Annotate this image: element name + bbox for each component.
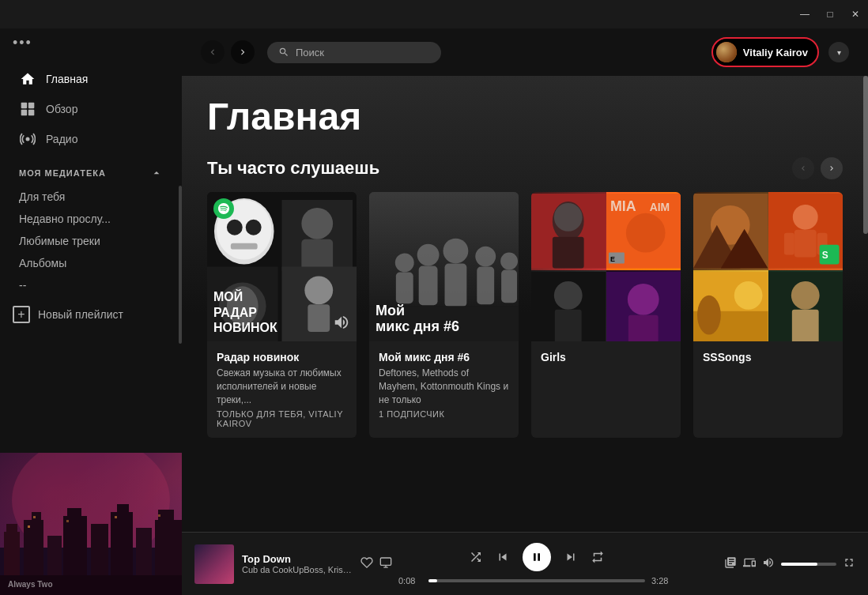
next-button[interactable]: [564, 550, 578, 564]
sidebar-list-item-more[interactable]: --: [0, 274, 182, 296]
like-button[interactable]: [360, 556, 373, 571]
play-pause-button[interactable]: [523, 543, 551, 571]
queue-icon: [724, 556, 737, 569]
card-radar-meta: ТОЛЬКО ДЛЯ ТЕБЯ, VITALIY KAIROV: [217, 409, 347, 428]
shuffle-icon: [469, 550, 483, 564]
svg-point-87: [734, 281, 763, 309]
songs-q4-svg: [768, 270, 843, 342]
card-mix6-image: Моймикс дня #6: [369, 192, 519, 341]
volume-bar[interactable]: [781, 563, 836, 566]
player-left: Top Down Cub da CookUpBoss, Kris Flair: [194, 544, 392, 584]
sidebar-list-item-albums[interactable]: Альбомы: [0, 252, 182, 274]
svg-text:S: S: [821, 250, 828, 261]
art-bottom-text: Always Two: [8, 580, 53, 589]
songs-q1-svg: [693, 192, 768, 270]
plus-icon: +: [13, 306, 30, 323]
repeat-button[interactable]: [591, 550, 605, 564]
library-expand-icon[interactable]: [150, 167, 163, 179]
devices-button[interactable]: [743, 556, 756, 571]
card-radar[interactable]: Мойрадарновинок Радар новинок Свежая муз…: [207, 192, 357, 438]
sidebar-list-item-recent[interactable]: Недавно прослу...: [0, 208, 182, 230]
maximize-button[interactable]: □: [824, 8, 836, 21]
svg-rect-23: [66, 520, 69, 522]
back-arrow-icon: [207, 47, 218, 58]
card-girls-title: Girls: [541, 351, 671, 363]
card-mix6[interactable]: Моймикс дня #6 Мой микс дня #6 Deftones,…: [369, 192, 519, 438]
window-controls: — □ ✕: [798, 8, 862, 21]
user-name: Vitaliy Kairov: [743, 47, 808, 58]
previous-button[interactable]: [496, 550, 510, 564]
search-input[interactable]: [296, 47, 422, 58]
sidebar-item-browse[interactable]: Обзор: [6, 94, 175, 124]
content-scrollbar[interactable]: [862, 76, 868, 532]
sidebar-item-radio[interactable]: Радио: [6, 124, 175, 154]
fullscreen-button[interactable]: [843, 556, 855, 571]
now-playing-album-art[interactable]: Always Two: [0, 453, 182, 595]
search-bar[interactable]: [267, 42, 441, 63]
progress-fill: [428, 579, 437, 582]
card-sssongs[interactable]: S: [693, 192, 843, 438]
add-to-playlist-button[interactable]: [379, 556, 392, 571]
svg-text:E: E: [609, 255, 614, 263]
songs-q3: [693, 270, 768, 342]
section-prev-button[interactable]: [792, 157, 814, 179]
user-profile-button[interactable]: Vitaliy Kairov: [711, 37, 819, 67]
skip-next-icon: [564, 550, 578, 564]
minimize-button[interactable]: —: [798, 8, 811, 21]
cards-grid: Мойрадарновинок Радар новинок Свежая муз…: [207, 192, 843, 438]
page-title: Главная: [207, 95, 843, 138]
new-playlist-button[interactable]: + Новый плейлист: [0, 299, 182, 330]
queue-button[interactable]: [724, 556, 737, 571]
sidebar-list-item-liked[interactable]: Любимые треки: [0, 230, 182, 252]
forward-button[interactable]: [231, 40, 255, 64]
card-girls[interactable]: MIA AIM E: [531, 192, 681, 438]
sidebar-item-home[interactable]: Главная: [6, 64, 175, 94]
svg-rect-22: [33, 516, 36, 518]
svg-point-59: [554, 203, 583, 232]
section-title: Ты часто слушаешь: [207, 158, 379, 179]
nav-arrows: [201, 40, 255, 64]
sidebar: ••• Главная: [0, 28, 182, 595]
volume-button[interactable]: [762, 556, 775, 571]
dropdown-button[interactable]: ▾: [828, 42, 849, 62]
svg-point-44: [395, 254, 414, 273]
svg-point-79: [792, 205, 817, 230]
card-sssongs-title: SSSongs: [703, 351, 833, 363]
back-button[interactable]: [201, 40, 225, 64]
svg-rect-53: [501, 269, 517, 303]
menu-dots[interactable]: •••: [0, 28, 182, 64]
player-controls: [469, 543, 605, 571]
svg-rect-80: [794, 230, 816, 258]
svg-point-88: [697, 295, 721, 334]
title-bar: — □ ✕: [0, 0, 868, 28]
sidebar-item-browse-label: Обзор: [46, 103, 77, 115]
heart-icon: [360, 556, 373, 569]
section-prev-icon: [798, 164, 808, 173]
screen-icon: [379, 556, 392, 569]
close-button[interactable]: ✕: [849, 8, 862, 21]
player-track-info: Top Down Cub da CookUpBoss, Kris Flair: [242, 553, 353, 574]
spotify-badge: [213, 198, 234, 219]
section-next-button[interactable]: [821, 157, 843, 179]
radar-overlay: Мойрадарновинок: [213, 289, 350, 335]
svg-rect-70: [531, 272, 606, 342]
card-mix6-title: Мой микс дня #6: [379, 351, 509, 363]
svg-rect-49: [444, 264, 466, 307]
section-nav: [792, 157, 843, 179]
sidebar-list-item-foryou[interactable]: Для тебя: [0, 186, 182, 208]
new-playlist-label: Новый плейлист: [38, 308, 123, 321]
card-radar-subtitle: Свежая музыка от любимых исполнителей и …: [217, 367, 347, 406]
player-bar: Top Down Cub da CookUpBoss, Kris Flair: [182, 532, 868, 595]
girls-q3: [531, 270, 606, 342]
svg-rect-25: [158, 514, 160, 517]
mix-overlay: Моймикс дня #6: [376, 303, 512, 335]
girls-q4: [606, 270, 681, 342]
spotify-logo-icon: [218, 203, 229, 214]
girls-q1: [531, 192, 606, 270]
section-next-icon: [827, 164, 836, 173]
progress-bar[interactable]: [428, 579, 645, 582]
section-header: Ты часто слушаешь: [207, 157, 843, 179]
shuffle-button[interactable]: [469, 550, 483, 564]
girls-q2: MIA AIM E: [606, 192, 681, 270]
svg-rect-0: [21, 103, 28, 109]
